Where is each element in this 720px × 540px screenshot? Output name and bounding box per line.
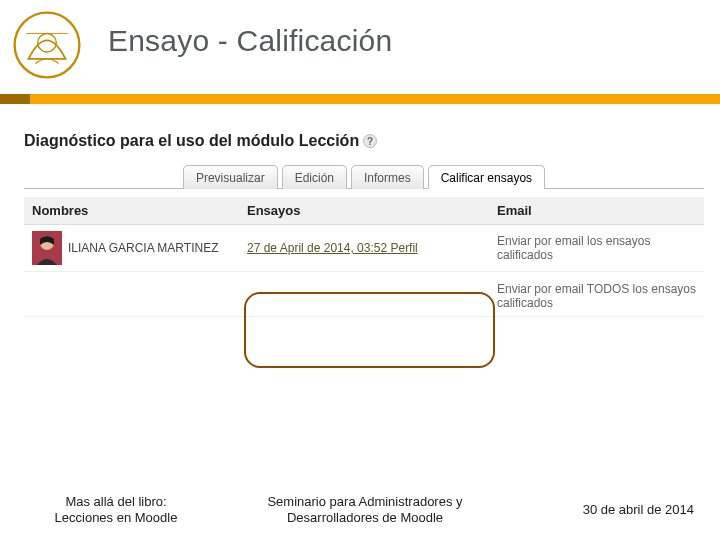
footer-mid-line2: Desarrolladores de Moodle (235, 510, 495, 526)
table-row: ILIANA GARCIA MARTINEZ 27 de April de 20… (24, 225, 704, 272)
footer-left-line1: Mas allá del libro: (26, 494, 206, 510)
essays-table: Nombres Ensayos Email (24, 197, 704, 317)
col-header-email: Email (489, 197, 704, 225)
accent-bar (0, 94, 720, 104)
unam-logo (10, 8, 84, 82)
essay-link[interactable]: 27 de April de 2014, 03:52 Perfil (247, 241, 418, 255)
lesson-title: Diagnóstico para el uso del módulo Lecci… (24, 132, 359, 150)
table-row: Enviar por email TODOS los ensayos calif… (24, 272, 704, 317)
tab-reports[interactable]: Informes (351, 165, 424, 189)
student-name: ILIANA GARCIA MARTINEZ (68, 241, 218, 255)
slide-title: Ensayo - Calificación (108, 24, 392, 58)
email-graded-link[interactable]: Enviar por email los ensayos calificados (497, 234, 650, 262)
tab-edit[interactable]: Edición (282, 165, 347, 189)
moodle-screenshot: Diagnóstico para el uso del módulo Lecci… (24, 132, 704, 317)
tab-preview[interactable]: Previsualizar (183, 165, 278, 189)
table-header-row: Nombres Ensayos Email (24, 197, 704, 225)
col-header-essays: Ensayos (239, 197, 489, 225)
footer-left-line2: Lecciones en Moodle (26, 510, 206, 526)
footer-date: 30 de abril de 2014 (524, 502, 694, 518)
help-icon[interactable]: ? (363, 134, 377, 148)
svg-point-0 (15, 13, 80, 78)
slide-footer: Mas allá del libro: Lecciones en Moodle … (0, 494, 720, 527)
footer-mid-line1: Seminario para Administradores y (235, 494, 495, 510)
avatar (32, 231, 62, 265)
email-all-link[interactable]: Enviar por email TODOS los ensayos calif… (497, 282, 696, 310)
col-header-names: Nombres (24, 197, 239, 225)
tab-bar: Previsualizar Edición Informes Calificar… (24, 164, 704, 189)
tab-grade-essays[interactable]: Calificar ensayos (428, 165, 545, 189)
